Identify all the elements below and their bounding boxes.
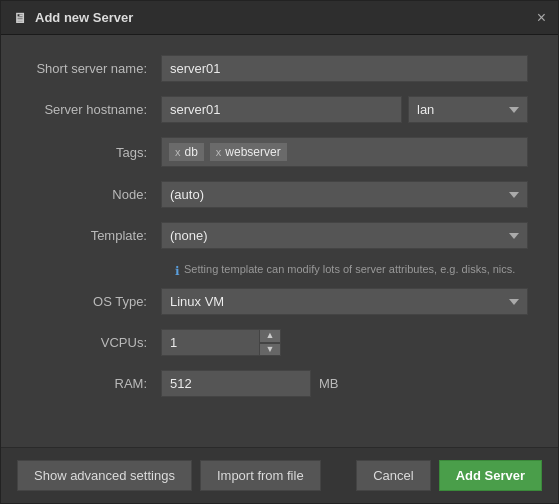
footer-right: Cancel Add Server [356, 460, 542, 491]
tag-db: x db [168, 142, 205, 162]
show-advanced-button[interactable]: Show advanced settings [17, 460, 192, 491]
ram-unit: MB [319, 376, 339, 391]
dialog-title: Add new Server [35, 10, 133, 25]
os-type-select[interactable]: Linux VM Windows VM Other [161, 288, 528, 315]
ram-input-row: MB [161, 370, 528, 397]
vcpus-spinner-buttons: ▲ ▼ [259, 329, 281, 356]
info-icon: ℹ [175, 264, 180, 278]
template-control: (none) [161, 222, 528, 249]
server-hostname-control: lan [161, 96, 528, 123]
vcpus-decrement-button[interactable]: ▼ [259, 343, 281, 357]
cancel-button[interactable]: Cancel [356, 460, 430, 491]
vcpus-spinner: ▲ ▼ [161, 329, 281, 356]
tags-row: Tags: x db x webserver [31, 137, 528, 167]
tag-webserver-label: webserver [225, 145, 280, 159]
close-button[interactable]: × [537, 10, 546, 26]
server-hostname-row: Server hostname: lan [31, 96, 528, 123]
add-server-dialog: 🖥 Add new Server × Short server name: Se… [0, 0, 559, 504]
vcpus-control: ▲ ▼ [161, 329, 528, 356]
footer-left: Show advanced settings Import from file [17, 460, 348, 491]
os-type-label: OS Type: [31, 294, 161, 309]
ram-control: MB [161, 370, 528, 397]
short-server-name-row: Short server name: [31, 55, 528, 82]
tags-control: x db x webserver [161, 137, 528, 167]
os-type-row: OS Type: Linux VM Windows VM Other [31, 288, 528, 315]
short-server-name-input[interactable] [161, 55, 528, 82]
ram-row: RAM: MB [31, 370, 528, 397]
server-hostname-input[interactable] [161, 96, 402, 123]
add-server-button[interactable]: Add Server [439, 460, 542, 491]
server-domain-select[interactable]: lan [408, 96, 528, 123]
short-server-name-control [161, 55, 528, 82]
dialog-footer: Show advanced settings Import from file … [1, 447, 558, 503]
ram-input[interactable] [161, 370, 311, 397]
template-row: Template: (none) [31, 222, 528, 249]
node-control: (auto) [161, 181, 528, 208]
vcpus-row: VCPUs: ▲ ▼ [31, 329, 528, 356]
short-server-name-label: Short server name: [31, 61, 161, 76]
template-info-text: Setting template can modify lots of serv… [184, 263, 515, 275]
server-hostname-label: Server hostname: [31, 102, 161, 117]
tag-db-label: db [185, 145, 198, 159]
tags-label: Tags: [31, 145, 161, 160]
tag-db-remove[interactable]: x [175, 146, 181, 158]
template-info-row: ℹ Setting template can modify lots of se… [175, 263, 528, 278]
node-row: Node: (auto) [31, 181, 528, 208]
import-from-file-button[interactable]: Import from file [200, 460, 321, 491]
template-select[interactable]: (none) [161, 222, 528, 249]
dialog-titlebar: 🖥 Add new Server × [1, 1, 558, 35]
server-icon: 🖥 [13, 10, 27, 26]
ram-label: RAM: [31, 376, 161, 391]
vcpus-label: VCPUs: [31, 335, 161, 350]
os-type-control: Linux VM Windows VM Other [161, 288, 528, 315]
tag-webserver: x webserver [209, 142, 288, 162]
node-label: Node: [31, 187, 161, 202]
tag-webserver-remove[interactable]: x [216, 146, 222, 158]
template-label: Template: [31, 228, 161, 243]
dialog-title-left: 🖥 Add new Server [13, 10, 133, 26]
tags-container[interactable]: x db x webserver [161, 137, 528, 167]
dialog-body: Short server name: Server hostname: lan … [1, 35, 558, 447]
vcpus-increment-button[interactable]: ▲ [259, 329, 281, 343]
node-select[interactable]: (auto) [161, 181, 528, 208]
